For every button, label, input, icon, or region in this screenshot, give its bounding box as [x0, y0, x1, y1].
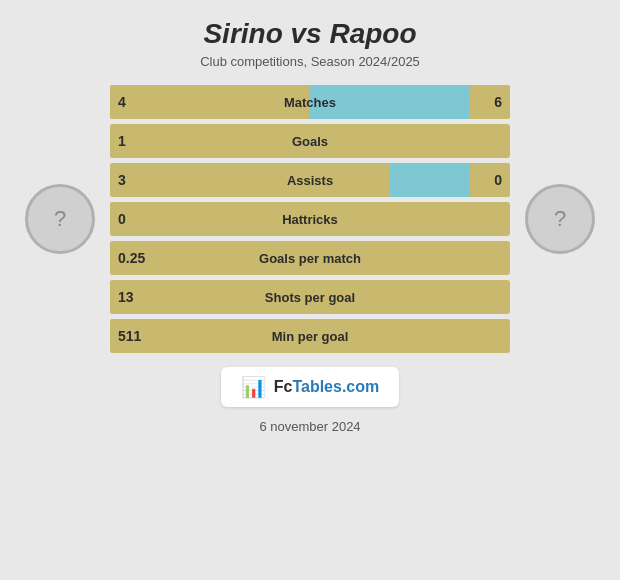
stat-left-val: 3: [110, 163, 150, 197]
stat-right-val: 0: [470, 163, 510, 197]
stat-left-val: 0: [110, 202, 150, 236]
stat-left-val: 1: [110, 124, 150, 158]
stat-row-matches: 4Matches6: [110, 85, 510, 119]
stat-left-val: 511: [110, 319, 150, 353]
stat-label: Goals: [110, 124, 510, 158]
page-subtitle: Club competitions, Season 2024/2025: [200, 54, 420, 69]
stat-label: Matches: [110, 85, 510, 119]
avatar-left-placeholder: ?: [54, 206, 66, 232]
stat-row-goals-per-match: 0.25Goals per match: [110, 241, 510, 275]
stat-row-shots-per-goal: 13Shots per goal: [110, 280, 510, 314]
stat-left-val: 4: [110, 85, 150, 119]
stat-row-hattricks: 0Hattricks: [110, 202, 510, 236]
date-footer: 6 november 2024: [259, 419, 360, 434]
stat-label: Min per goal: [110, 319, 510, 353]
avatar-right-placeholder: ?: [554, 206, 566, 232]
stat-row-goals: 1Goals: [110, 124, 510, 158]
stat-row-assists: 3Assists0: [110, 163, 510, 197]
fctables-icon: 📊: [241, 375, 266, 399]
stat-right-val: 6: [470, 85, 510, 119]
player-right: ?: [510, 184, 610, 254]
stat-row-min-per-goal: 511Min per goal: [110, 319, 510, 353]
stats-container: 4Matches61Goals3Assists00Hattricks0.25Go…: [110, 85, 510, 353]
fctables-logo[interactable]: 📊 FcTables.com: [221, 367, 400, 407]
main-content: ? 4Matches61Goals3Assists00Hattricks0.25…: [10, 85, 610, 353]
stat-label: Shots per goal: [110, 280, 510, 314]
stat-label: Goals per match: [110, 241, 510, 275]
stat-label: Assists: [110, 163, 510, 197]
page-title: Sirino vs Rapoo: [203, 18, 416, 50]
page-wrapper: Sirino vs Rapoo Club competitions, Seaso…: [0, 0, 620, 580]
player-left: ?: [10, 184, 110, 254]
stat-left-val: 13: [110, 280, 150, 314]
fctables-text: FcTables.com: [274, 378, 380, 396]
avatar-right: ?: [525, 184, 595, 254]
stat-label: Hattricks: [110, 202, 510, 236]
stat-left-val: 0.25: [110, 241, 150, 275]
avatar-left: ?: [25, 184, 95, 254]
